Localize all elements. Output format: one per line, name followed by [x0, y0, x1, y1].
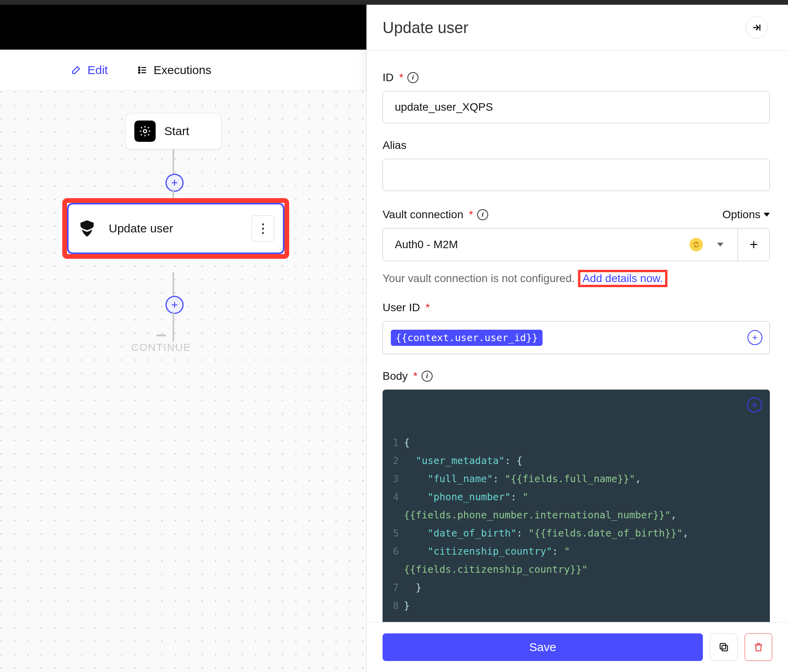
app-header: [0, 5, 366, 50]
node-menu-button[interactable]: [251, 215, 274, 241]
svg-point-0: [138, 67, 139, 68]
trash-icon: [753, 642, 764, 653]
options-label: Options: [723, 208, 761, 221]
node-update-user[interactable]: Update user: [67, 203, 284, 254]
chevron-down-icon: [764, 213, 770, 217]
required-mark: *: [413, 370, 418, 382]
info-icon[interactable]: i: [407, 72, 418, 83]
insert-variable-button[interactable]: +: [747, 397, 762, 412]
insert-variable-button[interactable]: +: [747, 330, 762, 345]
body-label: Body: [383, 370, 408, 382]
required-mark: *: [469, 208, 473, 221]
options-dropdown[interactable]: Options: [723, 208, 770, 221]
duplicate-button[interactable]: [710, 633, 738, 661]
required-mark: *: [399, 71, 403, 84]
flow-canvas[interactable]: Start + Update user + CONTINUE: [0, 91, 366, 672]
id-value: update_user_XQPS: [395, 101, 493, 113]
connector: [173, 312, 174, 342]
gear-icon: [134, 121, 156, 142]
tab-executions[interactable]: Executions: [137, 63, 212, 77]
alias-input[interactable]: [383, 159, 770, 191]
required-mark: *: [426, 301, 430, 314]
body-code-editor[interactable]: 1{2 "user_metadata": {3 "full_name": "{{…: [383, 390, 770, 622]
vault-connection-select[interactable]: Auth0 - M2M: [383, 228, 738, 261]
user-id-label: User ID: [383, 301, 420, 314]
id-label: ID: [383, 71, 394, 84]
info-icon[interactable]: i: [422, 371, 433, 382]
auth0-shield-icon: [77, 219, 97, 238]
add-node-button[interactable]: +: [165, 296, 184, 314]
select-arrow: [711, 243, 730, 247]
node-start-label: Start: [164, 124, 189, 138]
kebab-icon: [262, 223, 264, 234]
svg-point-2: [138, 69, 139, 71]
node-start[interactable]: Start: [125, 113, 221, 149]
inspector-panel: Update user ID * i update_user_XQPS Alia…: [367, 5, 788, 672]
variable-pill[interactable]: {{context.user.user_id}}: [391, 330, 543, 346]
svg-point-4: [138, 72, 139, 73]
save-button[interactable]: Save: [383, 633, 703, 661]
node-update-user-label: Update user: [109, 222, 173, 235]
add-details-link[interactable]: Add details now.: [578, 270, 668, 287]
vault-label: Vault connection: [383, 208, 463, 221]
tab-edit[interactable]: Edit: [71, 63, 108, 77]
continue-label: CONTINUE: [131, 342, 191, 354]
window-topbar: [0, 0, 788, 5]
add-vault-button[interactable]: +: [738, 228, 770, 261]
collapse-panel-button[interactable]: [745, 17, 768, 39]
add-node-button[interactable]: +: [165, 174, 184, 192]
delete-button[interactable]: [745, 633, 772, 661]
id-input[interactable]: update_user_XQPS: [383, 91, 770, 123]
copy-icon: [718, 642, 729, 653]
vault-value: Auth0 - M2M: [395, 238, 458, 251]
user-id-input[interactable]: {{context.user.user_id}} +: [383, 321, 770, 354]
pencil-icon: [71, 65, 81, 75]
connector: [173, 149, 174, 177]
svg-point-6: [143, 130, 147, 133]
warning-badge-icon: [690, 238, 703, 251]
list-icon: [137, 65, 147, 75]
info-icon[interactable]: i: [477, 209, 488, 220]
tab-executions-label: Executions: [154, 63, 212, 77]
panel-title: Update user: [383, 19, 468, 37]
builder-tabs: Edit Executions: [0, 50, 366, 91]
svg-rect-8: [720, 644, 726, 649]
collapse-icon: [751, 22, 762, 33]
alias-label: Alias: [383, 139, 407, 152]
vault-helper-text: Your vault connection is not configured.: [383, 272, 575, 284]
tab-edit-label: Edit: [87, 63, 108, 77]
highlight-node-update-user: Update user: [62, 198, 289, 259]
connector: [173, 272, 174, 297]
svg-rect-7: [722, 645, 727, 651]
